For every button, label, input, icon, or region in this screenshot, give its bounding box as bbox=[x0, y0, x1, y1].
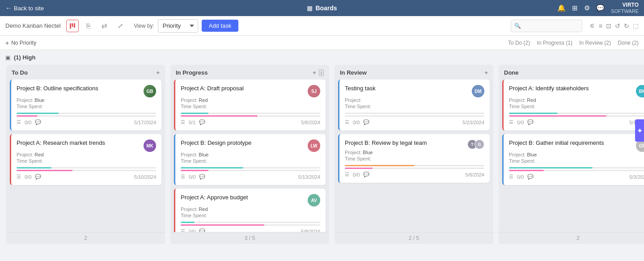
avatar-ip3: AV bbox=[308, 194, 320, 206]
priority-label: (1) High bbox=[14, 54, 35, 61]
kanban-icon bbox=[69, 23, 76, 29]
page-title-area: ▦ Boards bbox=[307, 4, 337, 12]
progress-bars-done1 bbox=[509, 113, 644, 117]
card-todo-2: Project A: Research market trends MK Pro… bbox=[10, 134, 161, 185]
col-add-todo[interactable]: + bbox=[156, 69, 160, 76]
col-info-inprogress[interactable]: i bbox=[319, 70, 324, 76]
plus-icon: + bbox=[5, 39, 9, 46]
bar-track-ip1b bbox=[181, 115, 320, 117]
add-task-button[interactable]: Add task bbox=[202, 20, 239, 32]
card-top-done1: Project A: Identify stakeholders BK bbox=[509, 85, 644, 97]
card-title-ip3: Project A: Approve budget bbox=[181, 194, 248, 201]
avatar-initials-done1: BK bbox=[639, 89, 644, 94]
bar-track-ir2b bbox=[345, 168, 484, 169]
group-icon[interactable]: ≡ bbox=[599, 22, 602, 29]
column-inprogress: In Progress + i Project A: Draft proposa… bbox=[170, 65, 329, 244]
footer-date-done2: 5/3/2024 bbox=[629, 174, 644, 180]
columns-container: To Do + Project B: Outline specification… bbox=[0, 65, 644, 248]
kanban-view-icon-btn[interactable] bbox=[66, 20, 79, 32]
col-add-inprogress[interactable]: + bbox=[313, 69, 316, 76]
bar-fill-done1a bbox=[509, 113, 558, 114]
avatar-2: MK bbox=[144, 139, 156, 152]
card-footer-1: ☰ 0/0 💬 5/17/2024 bbox=[17, 119, 156, 125]
card-title-ip1: Project A: Draft proposal bbox=[181, 85, 244, 92]
collapse-button[interactable]: ▣ bbox=[5, 55, 10, 61]
settings-icon[interactable]: ⚙ bbox=[584, 4, 590, 12]
bar-track-1b bbox=[17, 115, 156, 117]
copy-icon-btn[interactable]: ⎘ bbox=[82, 20, 95, 32]
checklist-count-ir1: 0/0 bbox=[353, 120, 360, 125]
col-title-done: Done bbox=[504, 69, 644, 76]
card-footer-done1: ☰ 0/0 💬 5/1/2024 bbox=[509, 119, 644, 125]
card-done-1: Project A: Identify stakeholders BK Proj… bbox=[502, 80, 644, 130]
card-project-label-done2: Project: Blue bbox=[509, 152, 644, 157]
no-priority-section[interactable]: + No Priority bbox=[5, 39, 36, 46]
checklist-count-ir2: 0/0 bbox=[353, 172, 360, 177]
progress-bars-ir1 bbox=[345, 113, 484, 117]
chat-icon[interactable]: 💬 bbox=[596, 4, 605, 12]
view-by-select[interactable]: Priority Status Assignee bbox=[158, 19, 198, 33]
card-project-value-done1: Red bbox=[527, 97, 536, 103]
bar-fill-ip1b bbox=[181, 115, 258, 117]
priority-header: ▣ (1) High bbox=[0, 50, 644, 65]
checklist-icon-ir1: ☰ bbox=[345, 119, 349, 125]
avatar-ip1: SJ bbox=[308, 85, 320, 97]
card-top-done2: Project B: Gather initial requirements G… bbox=[509, 139, 644, 152]
card-title-2: Project A: Research market trends bbox=[17, 139, 105, 146]
share-icon-btn[interactable]: ⇄ bbox=[98, 20, 111, 32]
back-to-site-label: Back to site bbox=[14, 5, 44, 12]
bar-track-ip3b bbox=[181, 224, 320, 226]
checklist-icon-ip1: ☰ bbox=[181, 119, 185, 125]
filter-icon[interactable]: ⚟ bbox=[589, 22, 595, 29]
top-nav-actions: 🔔 ⊞ ⚙ 💬 VIRTO SOFTWARE bbox=[557, 2, 639, 14]
inprogress-footer: 3 / 5 bbox=[170, 232, 329, 244]
column-header-done: Done + bbox=[499, 65, 644, 80]
done-footer: 2 bbox=[499, 232, 644, 244]
progress-bars-ip1 bbox=[181, 113, 320, 117]
avatar-ir2b: G bbox=[475, 139, 484, 149]
card-ip-2: Project B: Design prototype LW Project: … bbox=[174, 134, 326, 185]
card-project-label-ip2: Project: Blue bbox=[181, 152, 320, 157]
checklist-icon-done1: ☰ bbox=[509, 119, 513, 125]
bar-track-ip2a bbox=[181, 167, 320, 168]
progress-bars-done2 bbox=[509, 167, 644, 171]
card-footer-ir2: ☰ 0/0 💬 5/8/2024 bbox=[345, 172, 484, 177]
export-icon[interactable]: ⬚ bbox=[633, 22, 639, 29]
comment-icon-ir2: 💬 bbox=[363, 172, 369, 177]
card-project-label-2: Project: Red bbox=[17, 152, 156, 157]
card-ip-3: Project A: Approve budget AV Project: Re… bbox=[174, 189, 326, 232]
side-action-button[interactable]: ✦ bbox=[635, 119, 644, 142]
card-time-label-done1: Time Spent: bbox=[509, 104, 644, 109]
page-title: Boards bbox=[315, 4, 337, 12]
toolbar: Demo Kanban Nectel ⎘ ⇄ ⤢ View by: Priori… bbox=[0, 16, 644, 36]
card-top-ip2: Project B: Design prototype LW bbox=[181, 139, 320, 152]
card-top-ip3: Project A: Approve budget AV bbox=[181, 194, 320, 206]
card-project-label-ir2: Project: Blue bbox=[345, 150, 484, 155]
search-input[interactable] bbox=[511, 20, 582, 32]
card-footer-ip1: ☰ 0/1 💬 5/8/2024 bbox=[181, 119, 320, 125]
card-time-label-ip3: Time Spent: bbox=[181, 213, 320, 218]
bar-track-done1a bbox=[509, 113, 644, 114]
bar-track-2a bbox=[17, 167, 156, 168]
card-time-label-done2: Time Spent: bbox=[509, 158, 644, 164]
bar-fill-ip1a bbox=[181, 113, 208, 114]
col-add-inreview[interactable]: + bbox=[484, 69, 488, 76]
card-footer-ir1: ☰ 0/0 💬 5/23/2024 bbox=[345, 119, 484, 125]
card-top-ip1: Project A: Draft proposal SJ bbox=[181, 85, 320, 97]
col-title-inreview: In Review bbox=[340, 69, 484, 76]
todo-cards: Project B: Outline specifications GB Pro… bbox=[6, 80, 165, 232]
undo-icon[interactable]: ↺ bbox=[615, 22, 620, 29]
checklist-icon-done2: ☰ bbox=[509, 174, 513, 180]
board-name: Demo Kanban Nectel bbox=[5, 22, 61, 29]
notification-icon[interactable]: 🔔 bbox=[557, 4, 566, 12]
bar-fill-ip2a bbox=[181, 167, 243, 168]
redo-icon[interactable]: ↻ bbox=[624, 22, 629, 29]
search-icon: 🔍 bbox=[514, 23, 521, 29]
checklist-icon-ir2: ☰ bbox=[345, 172, 349, 177]
expand-icon-btn[interactable]: ⤢ bbox=[114, 20, 127, 32]
card-project-value-done2: Blue bbox=[527, 152, 537, 157]
back-to-site-link[interactable]: ← Back to site bbox=[5, 4, 44, 12]
layout-icon[interactable]: ⊞ bbox=[572, 4, 578, 12]
inreview-footer: 2 / 5 bbox=[335, 232, 493, 244]
columns-icon[interactable]: ⊡ bbox=[606, 22, 611, 29]
